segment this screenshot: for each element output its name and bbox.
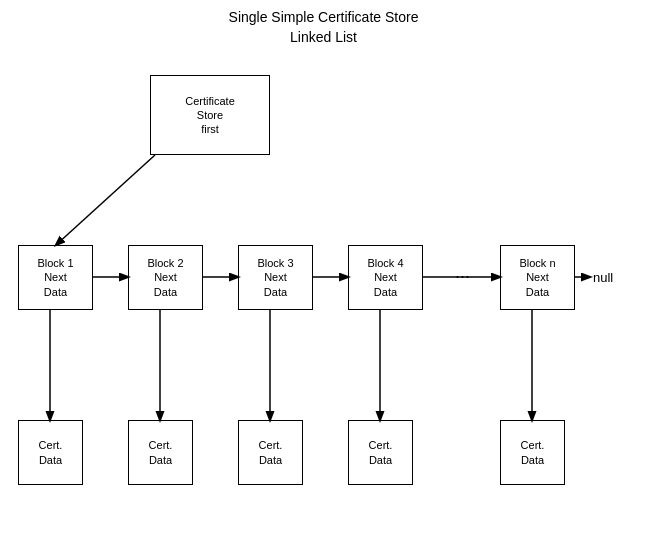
block-2-box: Block 2 Next Data [128, 245, 203, 310]
diagram-title: Single Simple Certificate Store Linked L… [0, 8, 647, 47]
cert-n-box: Cert. Data [500, 420, 565, 485]
title-line1: Single Simple Certificate Store [0, 8, 647, 28]
cert-3-box: Cert. Data [238, 420, 303, 485]
block-1-box: Block 1 Next Data [18, 245, 93, 310]
cert-n-label: Cert. Data [521, 438, 545, 467]
block-3-label: Block 3 Next Data [257, 256, 293, 299]
block-3-box: Block 3 Next Data [238, 245, 313, 310]
cert-4-box: Cert. Data [348, 420, 413, 485]
cert-4-label: Cert. Data [369, 438, 393, 467]
store-to-block1-arrow [56, 155, 155, 245]
cert-store-label: Certificate Store first [185, 94, 235, 137]
block-2-label: Block 2 Next Data [147, 256, 183, 299]
block-n-label: Block n Next Data [519, 256, 555, 299]
block-4-label: Block 4 Next Data [367, 256, 403, 299]
block-1-label: Block 1 Next Data [37, 256, 73, 299]
cert-store-box: Certificate Store first [150, 75, 270, 155]
cert-2-label: Cert. Data [149, 438, 173, 467]
ellipsis-dots: ··· [455, 266, 470, 286]
cert-2-box: Cert. Data [128, 420, 193, 485]
block-n-box: Block n Next Data [500, 245, 575, 310]
cert-3-label: Cert. Data [259, 438, 283, 467]
diagram: Single Simple Certificate Store Linked L… [0, 0, 647, 547]
cert-1-label: Cert. Data [39, 438, 63, 467]
cert-1-box: Cert. Data [18, 420, 83, 485]
title-line2: Linked List [0, 28, 647, 48]
block-4-box: Block 4 Next Data [348, 245, 423, 310]
null-label: null [593, 270, 613, 285]
